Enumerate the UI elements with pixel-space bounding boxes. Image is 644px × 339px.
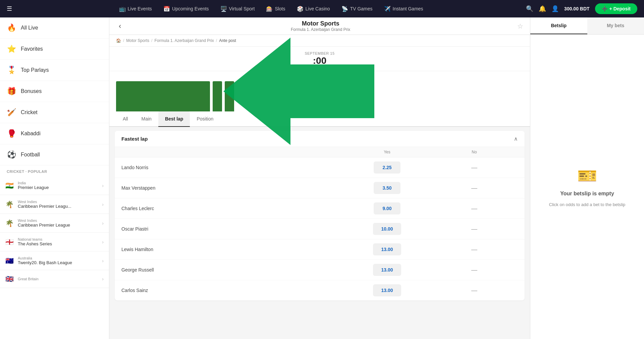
tab-position[interactable]: Position xyxy=(190,111,220,127)
fastest-lap-section: Fastest lap ∧ Yes No Lando Norris 2.25 —… xyxy=(115,131,525,300)
sidebar-item-bonuses[interactable]: 🎁 Bonuses xyxy=(0,81,109,102)
league-item-gb[interactable]: 🇬🇧 Great Britain › xyxy=(0,270,109,288)
odds-no-6: — xyxy=(431,287,518,294)
table-row: Oscar Piastri 10.00 — xyxy=(115,219,525,239)
table-row: Lando Norris 2.25 — xyxy=(115,157,525,178)
league-item-wi-cpl1[interactable]: 🌴 West Indies Caribbean Premier Leagu...… xyxy=(0,195,109,214)
flag-west-indies-2: 🌴 xyxy=(5,219,14,227)
nav-virtual-sport[interactable]: 🖥️ Virtual Sport xyxy=(216,4,260,14)
betslip-tab-my-bets[interactable]: My bets xyxy=(587,17,644,34)
chart-area xyxy=(109,71,530,111)
nav-live-casino[interactable]: 🎲 Live Casino xyxy=(292,4,335,14)
deposit-button[interactable]: ➕ + Deposit xyxy=(595,3,637,14)
odds-yes-1: 3.50 xyxy=(343,182,431,194)
nav-instant-games[interactable]: ✈️ Instant Games xyxy=(379,4,428,14)
table-row: Carlos Sainz 13.00 — xyxy=(115,280,525,300)
instant-games-icon: ✈️ xyxy=(384,6,391,12)
tab-best-lap[interactable]: Best lap xyxy=(158,111,190,127)
tab-main[interactable]: Main xyxy=(135,111,158,127)
odds-yes-button-3[interactable]: 10.00 xyxy=(373,223,401,235)
hamburger-menu[interactable]: ☰ xyxy=(7,5,12,12)
league-country-india: India xyxy=(18,181,98,185)
odds-no-dash-0: — xyxy=(471,164,477,171)
top-navigation: ☰ 📺 Live Events 📅 Upcoming Events 🖥️ Vir… xyxy=(0,0,644,17)
betslip-empty-title: Your betslip is empty xyxy=(560,191,614,197)
odds-header-player xyxy=(121,150,343,154)
league-aus-bbl-info: Australia Twenty20. Big Bash League xyxy=(18,256,98,265)
sidebar-label-cricket: Cricket xyxy=(21,109,38,115)
nav-live-events[interactable]: 📺 Live Events xyxy=(114,4,157,14)
breadcrumb-event[interactable]: Formula 1. Azerbaijan Grand Prix xyxy=(154,38,214,43)
sidebar-label-favorites: Favorites xyxy=(21,46,43,52)
deposit-icon: ➕ xyxy=(602,6,607,11)
kabaddi-icon: 🥊 xyxy=(7,129,16,138)
favorite-star-button[interactable]: ☆ xyxy=(517,22,523,30)
league-country-aus: Australia xyxy=(18,256,98,260)
sidebar-item-top-parlays[interactable]: 🎖️ Top Parlays xyxy=(0,60,109,81)
odds-no-dash-6: — xyxy=(471,287,477,294)
nav-slots-label: Slots xyxy=(275,6,285,11)
breadcrumb: 🏠 / Motor Sports / Formula 1. Azerbaijan… xyxy=(109,35,530,47)
league-country-wi-1: West Indies xyxy=(18,200,98,204)
chevron-right-icon-3: › xyxy=(102,221,104,226)
league-name-wi-cpl1: Caribbean Premier Leagu... xyxy=(18,204,98,209)
flag-australia: 🇦🇺 xyxy=(5,257,14,265)
section-collapse-icon[interactable]: ∧ xyxy=(514,136,518,142)
sidebar-item-cricket[interactable]: 🏏 Cricket xyxy=(0,102,109,123)
flag-great-britain: 🇬🇧 xyxy=(5,275,14,283)
chart-bar-1 xyxy=(116,81,210,111)
back-button[interactable]: ‹ xyxy=(116,20,124,32)
odds-yes-button-0[interactable]: 2.25 xyxy=(374,161,400,174)
player-name-5: George Russell xyxy=(121,267,343,273)
sidebar-item-favorites[interactable]: ⭐ Favorites xyxy=(0,39,109,60)
league-gb-info: Great Britain xyxy=(18,277,98,281)
league-item-india-ipl[interactable]: 🇮🇳 India Premier League › xyxy=(0,176,109,195)
live-events-icon: 📺 xyxy=(119,6,126,12)
nav-upcoming-events[interactable]: 📅 Upcoming Events xyxy=(159,4,214,14)
nav-slots[interactable]: 🎰 Slots xyxy=(261,4,290,14)
sidebar-item-football[interactable]: ⚽ Football xyxy=(0,144,109,165)
nav-virtual-sport-label: Virtual Sport xyxy=(229,6,255,11)
upcoming-events-icon: 📅 xyxy=(163,6,170,12)
sidebar-item-kabaddi[interactable]: 🥊 Kabaddi xyxy=(0,123,109,144)
odds-no-2: — xyxy=(431,205,518,212)
betslip-tab-betslip[interactable]: Betslip xyxy=(530,17,587,34)
bell-icon[interactable]: 🔔 xyxy=(539,5,546,12)
odds-yes-4: 13.00 xyxy=(343,243,431,255)
breadcrumb-home-icon[interactable]: 🏠 xyxy=(116,38,121,43)
league-country-ashes: National teams xyxy=(18,237,98,241)
odds-no-dash-2: — xyxy=(471,205,477,212)
league-item-ashes[interactable]: 🏴󠁧󠁢󠁥󠁮󠁧󠁿 National teams The Ashes Series … xyxy=(0,233,109,251)
odds-yes-button-4[interactable]: 13.00 xyxy=(373,243,401,255)
breadcrumb-sport[interactable]: Motor Sports xyxy=(126,38,149,43)
search-icon[interactable]: 🔍 xyxy=(526,5,533,12)
nav-tv-games[interactable]: 📡 TV Games xyxy=(337,4,377,14)
league-item-wi-cpl2[interactable]: 🌴 West Indies Caribbean Premier League › xyxy=(0,214,109,233)
odds-yes-button-2[interactable]: 9.00 xyxy=(374,202,400,214)
table-row: George Russell 13.00 — xyxy=(115,260,525,280)
header-title-block: Motor Sports Formula 1. Azerbaijan Grand… xyxy=(127,20,514,32)
balance-display: 300.00 BDT xyxy=(564,6,589,11)
odds-header-yes: Yes xyxy=(343,150,431,154)
sidebar-label-all-live: All Live xyxy=(21,25,38,31)
tab-all[interactable]: All xyxy=(116,111,135,127)
odds-yes-button-1[interactable]: 3.50 xyxy=(374,182,400,194)
odds-yes-6: 13.00 xyxy=(343,284,431,296)
league-item-aus-bbl[interactable]: 🇦🇺 Australia Twenty20. Big Bash League › xyxy=(0,251,109,270)
odds-yes-button-6[interactable]: 13.00 xyxy=(373,284,401,296)
tv-games-icon: 📡 xyxy=(341,6,348,12)
slots-icon: 🎰 xyxy=(266,6,273,12)
main-content-area: ‹ Motor Sports Formula 1. Azerbaijan Gra… xyxy=(109,17,530,339)
user-icon[interactable]: 👤 xyxy=(551,5,559,12)
odds-yes-button-5[interactable]: 13.00 xyxy=(373,264,401,276)
odds-yes-0: 2.25 xyxy=(343,161,431,174)
section-header-fastest-lap[interactable]: Fastest lap ∧ xyxy=(115,131,525,147)
sidebar-item-all-live[interactable]: 🔥 All Live xyxy=(0,17,109,39)
odds-yes-2: 9.00 xyxy=(343,202,431,214)
odds-header-row: Yes No xyxy=(115,147,525,157)
league-wi-cpl2-info: West Indies Caribbean Premier League xyxy=(18,219,98,228)
odds-no-dash-4: — xyxy=(471,246,477,253)
player-name-2: Charles Leclerc xyxy=(121,206,343,211)
football-icon: ⚽ xyxy=(7,150,16,159)
player-name-4: Lewis Hamilton xyxy=(121,247,343,252)
